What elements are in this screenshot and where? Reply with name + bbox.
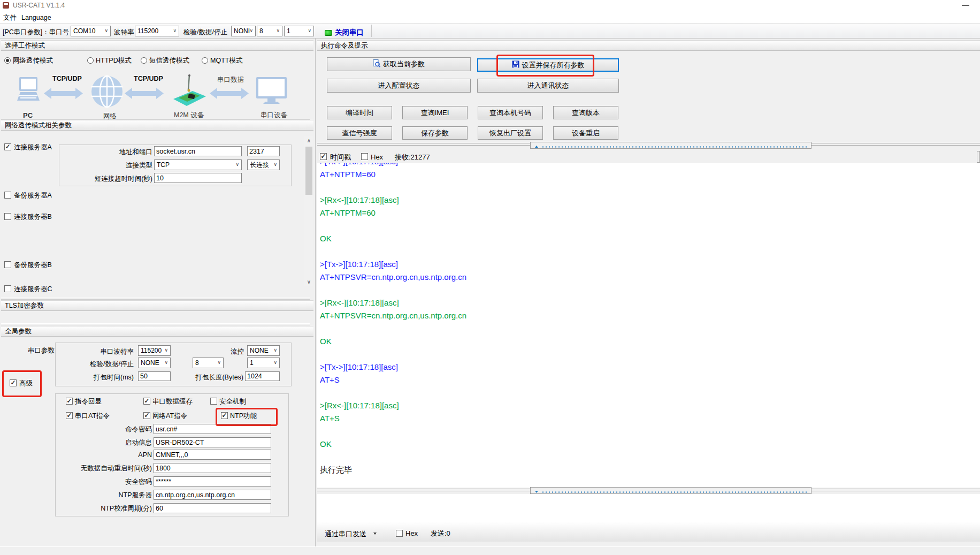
arrow-pc-net-icon (44, 87, 83, 100)
adv-check-3[interactable]: ✓ (66, 412, 73, 419)
reboot-device-button[interactable]: 设备重启 (553, 126, 618, 140)
mode-radio-label-3: MQTT模式 (210, 57, 242, 65)
query-imei-button[interactable]: 查询IMEI (402, 106, 468, 119)
log-line-3: >[Rx<-][10:17:18][asc] (320, 194, 466, 207)
parity-select[interactable]: NONI∨ (231, 26, 256, 36)
splitter-top-handle[interactable] (530, 142, 811, 149)
stopbits-select[interactable]: 1∨ (284, 26, 314, 36)
serial-parity-select[interactable]: NONE∨ (138, 358, 171, 368)
server-checkbox-0[interactable]: ✓ (4, 143, 11, 150)
timestamp-checkbox[interactable]: ✓ (320, 153, 327, 160)
sent-count-label: 发送:0 (431, 529, 450, 537)
timeout-input[interactable]: 10 (154, 173, 242, 183)
serial-stopbits-select[interactable]: 1∨ (247, 358, 280, 368)
packtime-input[interactable]: 50 (138, 371, 171, 381)
scroll-down-icon[interactable]: ∨ (304, 278, 313, 286)
adv-field-label-4: 安全密码 (32, 478, 152, 486)
app-icon-detail (4, 3, 8, 5)
adv-field-input-3[interactable]: 1800 (154, 463, 271, 473)
flow-label: 流控 (219, 348, 244, 356)
adv-check-0[interactable]: ✓ (66, 398, 73, 405)
adv-field-input-5[interactable]: cn.ntp.org.cn,us.ntp.org.cn (154, 490, 271, 500)
log-line-24: 执行完毕 (320, 463, 466, 476)
server-checkbox-3[interactable] (4, 261, 11, 268)
adv-field-input-1[interactable]: USR-DR502-CT (154, 437, 271, 447)
addr-input[interactable]: socket.usr.cn (154, 146, 242, 156)
minimize-button[interactable] (962, 5, 969, 6)
adv-check-4[interactable]: ✓ (143, 412, 150, 419)
adv-check-label-4: 网络AT指令 (152, 412, 187, 420)
addr-label: 地址和端口 (83, 148, 152, 156)
chevron-down-icon: ∨ (249, 28, 253, 33)
scroll-up-icon[interactable]: ∧ (304, 136, 313, 145)
save-params-button[interactable]: 保存参数 (402, 126, 468, 140)
mode-radio-1[interactable] (87, 57, 94, 64)
log-area[interactable]: >[Tx->][10:17:18][asc]AT+NTPTM=60>[Rx<-]… (317, 163, 980, 488)
enter-comm-button[interactable]: 进入通讯状态 (477, 79, 619, 93)
query-number-button[interactable]: 查询本机号码 (478, 106, 543, 119)
adv-field-input-2[interactable]: CMNET,,,0 (154, 450, 271, 460)
chevron-down-icon: ∨ (164, 347, 168, 353)
baud-select-value: 115200 (137, 27, 158, 35)
timeout-label: 短连接超时时间(秒) (70, 175, 152, 183)
send-via-serial-button[interactable]: 通过串口发送 (325, 529, 366, 539)
splitter-bot-handle[interactable] (530, 487, 811, 494)
log-line-22: OK (320, 438, 466, 451)
mode-radio-0[interactable] (4, 57, 11, 64)
get-params-button[interactable]: 获取当前参数 (327, 57, 471, 71)
menu-item-language[interactable]: Language (21, 14, 51, 22)
factory-reset-button[interactable]: 恢复出厂设置 (478, 126, 543, 140)
log-line-1: AT+NTPTM=60 (320, 168, 466, 181)
menu-item-file[interactable]: 文件 (3, 14, 17, 22)
baud-label: 波特率 (114, 28, 134, 36)
port-select[interactable]: COM10∨ (71, 26, 111, 36)
mode-radio-3[interactable] (202, 57, 208, 64)
serial-baud-select-value: 115200 (141, 347, 162, 354)
baud-select[interactable]: 115200∨ (135, 26, 179, 36)
adv-check-2[interactable] (210, 398, 217, 405)
databits-select[interactable]: 8∨ (257, 26, 282, 36)
log-line-8: >[Tx->][10:17:18][asc] (320, 258, 466, 271)
splitter-top-line1 (317, 143, 530, 143)
hex-rx-label: Hex (371, 153, 383, 161)
led-green-icon (325, 30, 332, 36)
chevron-down-icon: ∨ (276, 28, 280, 33)
conn-type-select[interactable]: TCP∨ (154, 159, 242, 170)
adv-field-input-4[interactable]: ****** (154, 476, 271, 486)
port-input[interactable]: 2317 (247, 146, 280, 156)
arrow-net-m2m-icon (125, 87, 164, 100)
close-port-button[interactable]: 关闭串口 (335, 28, 364, 37)
send-dropdown-icon[interactable] (373, 533, 377, 535)
query-version-button[interactable]: 查询版本 (553, 106, 618, 119)
log-line-14: OK (320, 335, 466, 348)
serial-group-label: 串口参数 (28, 347, 55, 355)
splitter-top-line2 (317, 145, 530, 146)
enter-config-button[interactable]: 进入配置状态 (327, 79, 471, 93)
toolbar-separator (371, 25, 372, 37)
compile-time-button[interactable]: 编译时间 (327, 106, 392, 119)
link3-label: 串口数据 (217, 77, 244, 83)
hex-rx-checkbox[interactable] (361, 153, 368, 160)
server-checkbox-1[interactable] (4, 192, 11, 199)
packlen-input[interactable]: 1024 (245, 371, 280, 381)
log-line-10 (320, 284, 466, 296)
serial-databits-select[interactable]: 8∨ (193, 358, 224, 368)
adv-field-input-6[interactable]: 60 (154, 503, 271, 513)
conn-type-label: 连接类型 (83, 162, 152, 170)
ntp-highlight-box (216, 408, 278, 426)
hex-tx-label: Hex (405, 529, 418, 537)
serial-baud-select[interactable]: 115200∨ (138, 345, 171, 356)
query-signal-button[interactable]: 查信号强度 (327, 126, 392, 140)
server-checkbox-2[interactable] (4, 213, 11, 220)
scrollbar-thumb[interactable] (305, 147, 312, 195)
mode-radio-2[interactable] (141, 57, 147, 64)
chevron-down-icon: ∨ (104, 28, 108, 33)
flow-select[interactable]: NONE∨ (247, 345, 280, 356)
section-global: 全局参数 (1, 326, 313, 337)
adv-check-1[interactable]: ✓ (143, 398, 150, 405)
hex-tx-checkbox[interactable] (396, 530, 403, 537)
splitter-top-line2r (811, 145, 980, 146)
server-checkbox-4[interactable] (4, 285, 11, 292)
log-line-18 (320, 386, 466, 399)
keep-select[interactable]: 长连接∨ (247, 159, 280, 170)
